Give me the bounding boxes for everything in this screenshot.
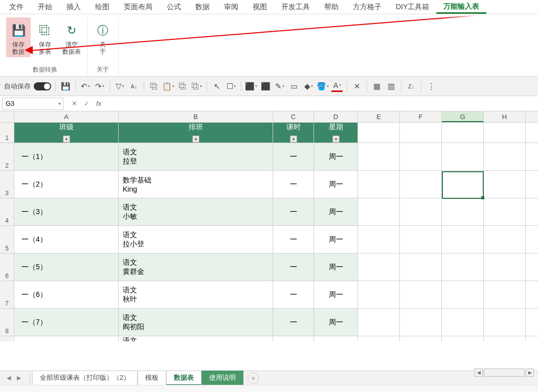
cell[interactable]: 语文小敏 xyxy=(119,198,273,225)
cell[interactable] xyxy=(484,309,526,336)
format-painter-icon[interactable]: ⿻ xyxy=(191,81,203,92)
menu-item[interactable]: 页面布局 xyxy=(117,1,160,14)
cell[interactable] xyxy=(400,171,442,198)
menu-item[interactable]: 万能输入表 xyxy=(436,0,486,14)
row-header[interactable]: 8 xyxy=(0,309,14,336)
cell[interactable]: 语文 xyxy=(119,336,273,341)
redo-icon[interactable]: ↷ xyxy=(94,81,105,92)
col-header-e[interactable]: E xyxy=(358,111,400,122)
sort-icon[interactable]: A↓ xyxy=(128,81,140,92)
cell[interactable] xyxy=(442,143,484,170)
cell[interactable] xyxy=(484,198,526,225)
row-header[interactable]: 2 xyxy=(0,143,14,170)
cell[interactable]: 周一 xyxy=(314,171,358,198)
cell[interactable] xyxy=(442,253,484,281)
cell[interactable] xyxy=(400,309,442,336)
cancel-icon[interactable]: ✕ xyxy=(69,98,80,109)
scroll-track[interactable] xyxy=(484,368,525,377)
pen-icon[interactable]: ✎ xyxy=(274,81,285,92)
cell[interactable] xyxy=(442,309,484,336)
cell[interactable]: 一（4） xyxy=(14,226,119,253)
save-icon[interactable]: 💾 xyxy=(60,81,71,92)
sheet-tab[interactable]: 模板 xyxy=(138,371,166,385)
cell[interactable] xyxy=(400,143,442,170)
font-color-icon[interactable]: A xyxy=(331,81,343,92)
col-header-c[interactable]: C xyxy=(273,111,314,122)
row-header[interactable]: 5 xyxy=(0,226,14,253)
cell[interactable]: 一 xyxy=(273,171,314,198)
cell[interactable] xyxy=(358,226,400,253)
cell[interactable]: 一 xyxy=(273,198,314,225)
cell[interactable] xyxy=(358,198,400,225)
select-all-corner[interactable] xyxy=(0,111,14,122)
col-header-b[interactable]: B xyxy=(119,111,273,122)
cell[interactable] xyxy=(442,336,484,341)
cell[interactable] xyxy=(400,198,442,225)
filter-dropdown-icon[interactable]: ▾ xyxy=(192,135,199,143)
cell[interactable] xyxy=(314,336,358,341)
horizontal-scrollbar[interactable]: ◀ ▶ xyxy=(475,368,534,377)
row-header[interactable]: 4 xyxy=(0,198,14,225)
more-icon[interactable]: ⋮ xyxy=(425,81,437,92)
group-icon[interactable]: ▥ xyxy=(386,81,397,92)
confirm-icon[interactable]: ✓ xyxy=(81,98,92,109)
freeze-icon[interactable]: ▦ xyxy=(371,81,383,92)
menu-item[interactable]: 视图 xyxy=(245,1,274,14)
cell[interactable] xyxy=(273,336,314,341)
paste-icon[interactable]: 📋 xyxy=(163,81,174,92)
delete-icon[interactable]: ⬛ xyxy=(260,81,271,92)
ribbon-button[interactable]: ⿻保存多表 xyxy=(33,17,57,57)
cell[interactable] xyxy=(14,336,119,341)
cell[interactable]: 数学基础King xyxy=(119,171,273,198)
menu-item[interactable]: 文件 xyxy=(2,1,31,14)
find-icon[interactable]: ☐ xyxy=(226,81,237,92)
cell[interactable]: 语文拉小登 xyxy=(119,226,273,253)
cell[interactable] xyxy=(484,253,526,281)
formula-input[interactable] xyxy=(107,98,538,110)
cell[interactable]: 语文黄群金 xyxy=(119,253,273,281)
menu-item[interactable]: 帮助 xyxy=(317,1,346,14)
cell[interactable]: 周一 xyxy=(314,309,358,336)
menu-item[interactable]: 审阅 xyxy=(217,1,245,14)
cell[interactable] xyxy=(484,171,526,198)
color-icon[interactable]: ◆ xyxy=(303,81,314,92)
cell[interactable]: 一（2） xyxy=(14,171,119,198)
cell[interactable]: 一 xyxy=(273,226,314,253)
row-header[interactable]: 1 xyxy=(0,123,14,143)
table-header-cell[interactable]: 课时▾ xyxy=(273,123,314,143)
cell[interactable]: 一 xyxy=(273,281,314,308)
sheet-tab[interactable]: 全部班级课表（打印版）（2） xyxy=(32,371,138,385)
cell[interactable]: 语文阎初阳 xyxy=(119,309,273,336)
cell[interactable] xyxy=(442,281,484,308)
menu-item[interactable]: 插入 xyxy=(59,1,88,14)
cell[interactable] xyxy=(484,143,526,170)
cell[interactable]: 周一 xyxy=(314,198,358,225)
cell[interactable]: 一 xyxy=(273,143,314,170)
cell[interactable] xyxy=(442,123,484,143)
col-header-d[interactable]: D xyxy=(314,111,358,122)
filter-icon[interactable]: ▽ xyxy=(114,81,125,92)
tab-first-icon[interactable]: ◀ xyxy=(4,374,13,383)
sort-az-icon[interactable]: Z↓ xyxy=(406,81,417,92)
copy-icon[interactable]: ⿻ xyxy=(148,81,160,92)
cell[interactable] xyxy=(400,253,442,281)
cell[interactable]: 周一 xyxy=(314,143,358,170)
filter-dropdown-icon[interactable]: ▾ xyxy=(63,135,70,143)
sheet-tab[interactable]: 使用说明 xyxy=(201,371,243,385)
col-header-a[interactable]: A xyxy=(14,111,119,122)
menu-item[interactable]: 开发工具 xyxy=(274,1,317,14)
cell[interactable]: 一 xyxy=(273,253,314,281)
name-box[interactable]: G3 xyxy=(2,98,63,110)
tab-prev-icon[interactable]: ▶ xyxy=(14,374,24,383)
cell[interactable] xyxy=(400,226,442,253)
image-icon[interactable]: ▭ xyxy=(288,81,300,92)
cell[interactable]: 周一 xyxy=(314,281,358,308)
cell[interactable] xyxy=(484,281,526,308)
cell[interactable] xyxy=(442,198,484,225)
cell[interactable]: 语文秋叶 xyxy=(119,281,273,308)
cell[interactable]: 周一 xyxy=(314,226,358,253)
cell[interactable] xyxy=(358,309,400,336)
scroll-right-icon[interactable]: ▶ xyxy=(526,368,534,377)
table-header-cell[interactable]: 班级▾ xyxy=(14,123,119,143)
cell[interactable] xyxy=(358,336,400,341)
